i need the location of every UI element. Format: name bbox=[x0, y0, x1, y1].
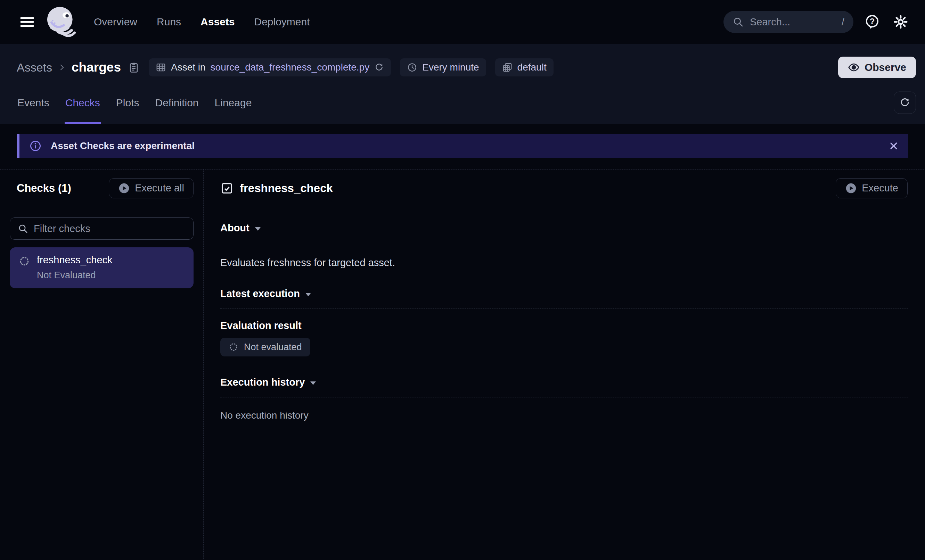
evaluation-result-label: Evaluation result bbox=[220, 320, 908, 331]
search-input[interactable] bbox=[750, 17, 835, 28]
nav-link-deployment[interactable]: Deployment bbox=[254, 16, 310, 28]
tag-label: default bbox=[517, 62, 547, 73]
search-icon bbox=[18, 223, 28, 234]
tag-label: Every minute bbox=[422, 62, 479, 73]
execution-history-empty-message: No execution history bbox=[220, 410, 908, 421]
chevron-right-icon bbox=[58, 63, 66, 72]
tab-checks[interactable]: Checks bbox=[65, 83, 101, 123]
breadcrumb-assets-link[interactable]: Assets bbox=[17, 61, 52, 74]
tab-definition[interactable]: Definition bbox=[154, 83, 199, 123]
breadcrumb: Assets charges Asset in bbox=[17, 51, 916, 83]
about-section-header[interactable]: About bbox=[220, 222, 908, 234]
banner-text: Asset Checks are experimental bbox=[51, 140, 194, 152]
chevron-down-icon bbox=[306, 293, 311, 297]
execution-history-heading: Execution history bbox=[220, 376, 305, 388]
hamburger-menu-icon[interactable] bbox=[20, 16, 35, 28]
nav-link-assets[interactable]: Assets bbox=[200, 16, 235, 28]
divider bbox=[220, 397, 908, 397]
refresh-button[interactable] bbox=[894, 91, 916, 114]
settings-button[interactable] bbox=[891, 12, 910, 32]
global-search[interactable]: / bbox=[723, 11, 853, 33]
checks-list-panel: Checks (1) Execute all bbox=[0, 170, 203, 560]
about-heading: About bbox=[220, 222, 250, 234]
chevron-down-icon bbox=[310, 381, 316, 385]
clipboard-icon bbox=[128, 62, 140, 73]
nav-link-runs[interactable]: Runs bbox=[157, 16, 181, 28]
chevron-down-icon bbox=[255, 227, 261, 231]
tab-lineage[interactable]: Lineage bbox=[214, 83, 253, 123]
close-icon bbox=[888, 140, 899, 152]
checks-content: Checks (1) Execute all bbox=[0, 169, 925, 560]
tab-events[interactable]: Events bbox=[17, 83, 50, 123]
latest-execution-heading: Latest execution bbox=[220, 288, 300, 300]
asset-header: Assets charges Asset in bbox=[0, 44, 925, 124]
eye-icon bbox=[848, 62, 860, 73]
help-button[interactable]: ? bbox=[862, 12, 882, 32]
check-detail-body: About Evaluates freshness for targeted a… bbox=[203, 207, 925, 421]
execution-history-section-header[interactable]: Execution history bbox=[220, 376, 908, 388]
copy-asset-name-button[interactable] bbox=[128, 62, 140, 73]
tab-plots[interactable]: Plots bbox=[115, 83, 140, 123]
dagster-logo-icon[interactable] bbox=[42, 4, 78, 40]
execute-label: Execute bbox=[862, 182, 898, 194]
check-detail-header: freshness_check Execute bbox=[203, 170, 925, 207]
search-icon bbox=[732, 17, 744, 27]
play-circle-icon bbox=[845, 182, 857, 194]
play-circle-icon bbox=[118, 182, 130, 194]
about-description: Evaluates freshness for targeted asset. bbox=[220, 257, 908, 268]
code-location-icon bbox=[502, 62, 512, 72]
filter-checks-field[interactable] bbox=[10, 217, 194, 240]
check-detail-title: freshness_check bbox=[220, 182, 333, 195]
divider bbox=[220, 243, 908, 243]
checks-panel-header: Checks (1) Execute all bbox=[0, 170, 203, 207]
nav-link-overview[interactable]: Overview bbox=[94, 16, 137, 28]
check-list-item[interactable]: freshness_check Not Evaluated bbox=[10, 247, 194, 288]
refresh-icon bbox=[899, 97, 910, 108]
filter-checks-input[interactable] bbox=[34, 223, 185, 235]
svg-text:?: ? bbox=[870, 17, 875, 26]
help-icon: ? bbox=[864, 14, 880, 30]
page-title: charges bbox=[72, 60, 121, 75]
reload-definition-icon[interactable] bbox=[374, 63, 384, 72]
observe-button-label: Observe bbox=[865, 62, 906, 73]
checks-count-title: Checks (1) bbox=[17, 182, 71, 194]
check-detail-panel: freshness_check Execute About bbox=[203, 170, 925, 560]
not-evaluated-spinner-icon bbox=[229, 342, 238, 352]
latest-execution-section-header[interactable]: Latest execution bbox=[220, 288, 908, 300]
search-shortcut-hint: / bbox=[842, 17, 844, 28]
check-name: freshness_check bbox=[37, 254, 113, 266]
experimental-banner: Asset Checks are experimental bbox=[17, 134, 908, 158]
asset-definition-tag[interactable]: Asset in source_data_freshness_complete.… bbox=[149, 58, 391, 77]
banner-close-button[interactable] bbox=[888, 140, 899, 152]
checkbox-icon bbox=[220, 182, 234, 195]
not-evaluated-spinner-icon bbox=[19, 256, 30, 281]
gear-icon bbox=[893, 14, 908, 30]
code-location-tag[interactable]: default bbox=[495, 58, 554, 77]
execute-all-button[interactable]: Execute all bbox=[109, 178, 194, 198]
clock-icon bbox=[407, 62, 417, 72]
primary-nav: Overview Runs Assets Deployment bbox=[94, 16, 310, 28]
execute-all-label: Execute all bbox=[135, 182, 184, 194]
info-icon bbox=[29, 140, 42, 152]
check-title-text: freshness_check bbox=[240, 182, 333, 195]
execute-button[interactable]: Execute bbox=[836, 178, 908, 198]
not-evaluated-badge-label: Not evaluated bbox=[244, 342, 302, 352]
definition-file-link[interactable]: source_data_freshness_complete.py bbox=[211, 62, 370, 73]
freshness-schedule-tag[interactable]: Every minute bbox=[400, 58, 486, 77]
check-status: Not Evaluated bbox=[37, 270, 113, 281]
asset-tabs: Events Checks Plots Definition Lineage bbox=[17, 83, 916, 123]
app-root: Overview Runs Assets Deployment / ? bbox=[0, 0, 925, 560]
tag-prefix: Asset in bbox=[171, 62, 206, 73]
table-icon bbox=[156, 62, 166, 72]
top-nav: Overview Runs Assets Deployment / ? bbox=[0, 0, 925, 44]
not-evaluated-badge: Not evaluated bbox=[220, 338, 310, 357]
hamburger-icon bbox=[20, 17, 34, 27]
divider bbox=[220, 309, 908, 309]
observe-button[interactable]: Observe bbox=[838, 57, 916, 78]
octopus-logo-icon bbox=[42, 4, 78, 40]
